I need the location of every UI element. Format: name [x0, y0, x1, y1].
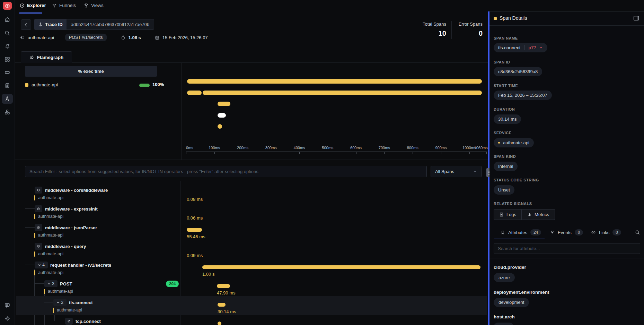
span-color-swatch [494, 17, 497, 20]
span-duration-bar[interactable] [217, 284, 230, 288]
tab-events[interactable]: Events 0 [550, 226, 583, 239]
attribute-value: development [499, 300, 524, 305]
tree-connector [25, 265, 35, 265]
span-icon [35, 205, 42, 212]
span-title[interactable]: middleware - corsMiddleware [45, 188, 108, 193]
service-label: SERVICE [494, 131, 512, 135]
collapse-button[interactable]: 4 [35, 262, 48, 268]
span-duration-text: 30.14 ms [218, 309, 236, 314]
child-count: 3 [52, 281, 54, 286]
span-service-name: authmate-api [57, 308, 82, 313]
span-title[interactable]: POST [60, 281, 72, 286]
attribute-search-toggle-icon[interactable] [635, 226, 640, 239]
service-indicator [44, 289, 45, 294]
tab-attributes[interactable]: Attributes 24 [501, 226, 541, 239]
span-duration-bar[interactable] [218, 322, 221, 325]
span-name-pill[interactable]: tls.connect p77 [494, 43, 547, 52]
service-indicator [34, 233, 35, 238]
service-indicator [34, 270, 35, 275]
span-service-name: authmate-api [38, 214, 63, 219]
span-service-name: authmate-api [38, 195, 63, 200]
logs-button-label: Logs [506, 212, 516, 217]
span-id-pill: c8d368c2d56399a8 [494, 67, 542, 76]
status-code-label: STATUS CODE STRING [494, 178, 539, 182]
span-duration-text: 1.00 s [202, 272, 214, 277]
service-dot [498, 142, 500, 144]
span-duration-text: 55.46 ms [187, 234, 205, 239]
events-count-badge: 0 [575, 229, 583, 236]
collapse-button[interactable]: 2 [53, 299, 67, 306]
status-badge: 204 [166, 281, 179, 287]
attribute-search-input[interactable] [494, 243, 640, 254]
chevron-down-icon [539, 46, 543, 50]
span-icon [35, 243, 42, 250]
span-duration-bar[interactable] [187, 228, 202, 232]
duration-value: 30.14 ms [498, 117, 517, 122]
span-service-name: authmate-api [48, 289, 73, 294]
logs-icon [499, 212, 504, 217]
span-id-value: c8d368c2d56399a8 [498, 69, 538, 74]
attribute-value-pill: development [494, 298, 529, 307]
span-duration-bar[interactable] [202, 265, 480, 269]
tree-connector [53, 321, 65, 321]
tree-connector [35, 283, 44, 284]
span-duration-text: 0.08 ms [187, 197, 203, 202]
start-time-value: Feb 15, 2026 – 15:26:07 [498, 93, 547, 98]
service-indicator [34, 195, 35, 200]
start-time-pill: Feb 15, 2026 – 15:26:07 [494, 91, 552, 100]
child-count: 2 [61, 300, 63, 305]
attribute-key: host.arch [494, 314, 515, 319]
attributes-count-badge: 24 [530, 229, 541, 236]
active-tab-underline [494, 239, 545, 239]
tree-connector [25, 208, 35, 209]
related-signals-label: RELATED SIGNALS [494, 202, 532, 206]
duration-pill: 30.14 ms [494, 114, 521, 124]
span-icon [65, 318, 73, 325]
link-icon [591, 230, 596, 235]
span-service-name: authmate-api [38, 251, 63, 256]
tab-links[interactable]: Links 0 [591, 226, 621, 239]
span-details-title: Span Details [500, 15, 527, 21]
service-indicator [53, 308, 54, 313]
tree-connector [25, 246, 35, 246]
trace-explorer-app: Explorer Funnels Views Trace ID adbb2fc4… [0, 0, 644, 325]
logs-button[interactable]: Logs [494, 209, 522, 220]
span-details-header: Span Details [489, 12, 644, 26]
selected-row-highlight [16, 296, 487, 315]
tab-events-label: Events [558, 230, 572, 235]
panel-toggle-icon[interactable] [633, 15, 639, 21]
collapse-button[interactable]: 3 [44, 280, 58, 287]
span-kind-pill: Internal [494, 162, 518, 171]
attribute-value-pill: azure [494, 273, 515, 282]
tree-connector [25, 190, 35, 190]
details-tabs-bar: Attributes 24 Events 0 Links 0 [489, 226, 644, 239]
duration-label: DURATION [494, 107, 515, 111]
span-duration-bar[interactable] [218, 303, 226, 307]
events-icon [550, 230, 555, 235]
metrics-button-label: Metrics [535, 212, 549, 217]
start-time-label: START TIME [494, 84, 518, 88]
span-service-name: authmate-api [38, 233, 63, 238]
links-count-badge: 0 [612, 229, 621, 236]
tree-connector [25, 227, 35, 228]
span-title[interactable]: request handler - /v1/secrets [50, 263, 111, 268]
span-title[interactable]: middleware - expressInit [45, 206, 98, 212]
bookmark-icon [501, 230, 505, 235]
metrics-button[interactable]: Metrics [522, 209, 555, 220]
span-name-value: tls.connect [498, 45, 521, 50]
span-duration-text: 47.90 ms [217, 290, 235, 296]
tab-links-label: Links [599, 230, 609, 235]
metrics-icon [527, 212, 532, 217]
span-title[interactable]: tls.connect [69, 300, 93, 305]
span-title[interactable]: middleware - query [45, 244, 86, 249]
span-title[interactable]: middleware - jsonParser [45, 225, 97, 230]
tab-attributes-label: Attributes [508, 230, 527, 235]
attribute-key: cloud.provider [494, 265, 526, 270]
span-details-panel: Span Details SPAN NAME tls.connect p77 S… [489, 11, 644, 325]
span-name-tag: p77 [529, 45, 537, 50]
span-title[interactable]: tcp.connect [76, 319, 101, 324]
child-count: 4 [42, 263, 45, 267]
tree-connector [44, 302, 53, 302]
span-service-name: authmate-api [38, 270, 63, 275]
service-indicator [34, 214, 35, 219]
